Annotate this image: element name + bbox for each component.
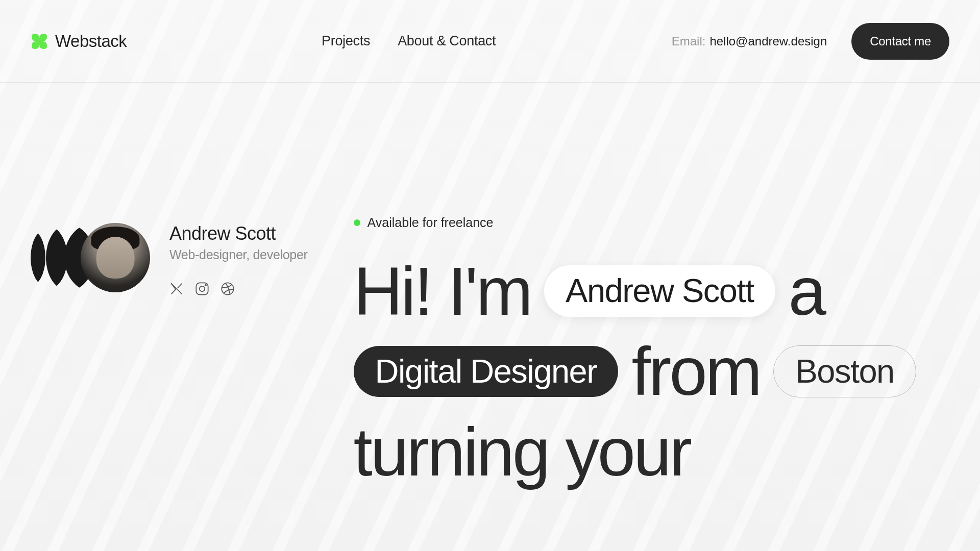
availability-text: Available for freelance	[368, 215, 494, 230]
hero-headline: Hi! I'm Andrew Scott a Digital Designer …	[354, 254, 949, 489]
hero-content: Available for freelance Hi! I'm Andrew S…	[354, 215, 949, 489]
nav-links: Projects About & Contact	[322, 33, 496, 49]
svg-point-1	[200, 286, 205, 292]
email-label: Email:	[672, 34, 706, 48]
contact-button[interactable]: Contact me	[851, 23, 949, 60]
profile-role: Web-designer, developer	[169, 247, 308, 262]
email-display: Email: hello@andrew.design	[672, 34, 827, 48]
dribbble-icon[interactable]	[220, 282, 235, 296]
header-right: Email: hello@andrew.design Contact me	[672, 23, 949, 60]
header: Webstack Projects About & Contact Email:…	[0, 0, 980, 83]
profile-card: Andrew Scott Web-designer, developer	[31, 215, 308, 489]
nav-projects[interactable]: Projects	[322, 33, 370, 49]
availability-badge: Available for freelance	[354, 215, 949, 230]
nav-about-contact[interactable]: About & Contact	[398, 33, 496, 49]
hero-text-segment: Hi! I'm	[354, 254, 531, 329]
x-twitter-icon[interactable]	[169, 282, 184, 296]
profile-name: Andrew Scott	[169, 223, 308, 244]
hero-pill-role: Digital Designer	[354, 346, 619, 397]
instagram-icon[interactable]	[195, 282, 209, 296]
avatar	[81, 223, 150, 292]
svg-point-2	[205, 285, 206, 286]
email-value[interactable]: hello@andrew.design	[709, 34, 827, 48]
hero-text-segment: from	[631, 334, 760, 409]
hero-pill-name: Andrew Scott	[544, 265, 775, 317]
hero-text-segment: a	[789, 254, 825, 329]
brand-logo-icon	[31, 33, 48, 50]
main-content: Andrew Scott Web-designer, developer	[0, 83, 980, 489]
avatar-stack	[31, 223, 150, 292]
social-icons	[169, 282, 308, 296]
logo[interactable]: Webstack	[31, 32, 127, 51]
hero-pill-location: Boston	[773, 345, 916, 398]
status-dot-icon	[354, 219, 360, 226]
profile-info: Andrew Scott Web-designer, developer	[169, 223, 308, 296]
hero-text-segment: turning your	[354, 414, 691, 489]
brand-name: Webstack	[55, 32, 127, 51]
